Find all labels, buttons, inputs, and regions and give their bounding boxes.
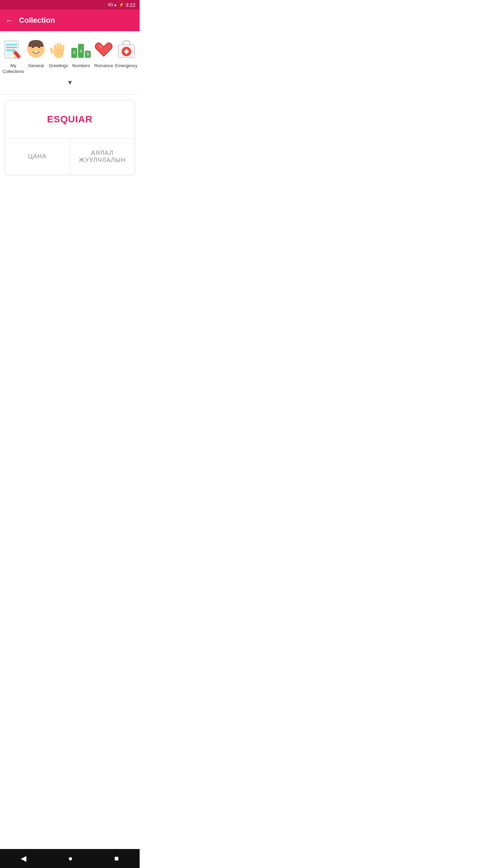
flashcard[interactable]: ESQUIAR ЦАНА АЯЛАЛ ЖУУЛЧЛАЛЫН [5,100,135,175]
my-collections-icon [1,37,25,61]
category-label-emergency: Emergency [115,63,138,69]
category-label-general: General [28,63,44,69]
category-numbers[interactable]: 2 1 3 Numbers [70,37,92,69]
emergency-icon [114,37,139,61]
category-romance[interactable]: Romance [93,37,115,69]
category-label-romance: Romance [94,63,113,69]
svg-text:2: 2 [73,50,75,54]
numbers-icon: 2 1 3 [69,37,93,61]
battery-icon: ⚡ [119,2,124,7]
svg-rect-15 [59,43,62,52]
expand-row[interactable]: ▾ [3,75,137,92]
category-my-collections[interactable]: My Collections [3,37,24,75]
general-icon [24,37,48,61]
main-word: ESQUIAR [47,114,93,125]
greetings-icon [46,37,71,61]
page-title: Collection [19,16,55,25]
svg-text:3: 3 [87,52,89,56]
category-greetings[interactable]: Greetings [48,37,69,69]
romance-icon [92,37,116,61]
svg-point-11 [40,48,41,50]
svg-rect-17 [49,47,54,54]
translation-right: АЯЛАЛ ЖУУЛЧЛАЛЫН [76,150,129,164]
category-general[interactable]: General [25,37,47,69]
category-row: My Collections [3,37,137,75]
category-section: My Collections [0,31,140,94]
svg-rect-28 [124,51,129,53]
card-left[interactable]: ЦАНА [5,139,70,175]
card-right[interactable]: АЯЛАЛ ЖУУЛЧЛАЛЫН [70,139,135,175]
card-bottom: ЦАНА АЯЛАЛ ЖУУЛЧЛАЛЫН [5,139,135,175]
category-emergency[interactable]: Emergency [116,37,137,69]
translation-left: ЦАНА [28,153,46,160]
app-header: ← Collection [0,9,140,31]
back-button[interactable]: ← [5,16,14,25]
svg-point-10 [30,48,32,50]
section-divider [0,94,140,95]
svg-rect-16 [62,45,64,52]
time-display: 3:22 [126,2,136,8]
status-bar: 4G▲ ⚡ 3:22 [0,0,140,9]
card-top: ESQUIAR [5,100,135,139]
category-label-greetings: Greetings [49,63,68,69]
signal-icon: 4G▲ [108,2,117,7]
category-label-my-collections: My Collections [3,63,24,75]
svg-rect-13 [54,45,56,52]
category-label-numbers: Numbers [72,63,90,69]
svg-text:1: 1 [80,49,82,53]
status-icons: 4G▲ ⚡ 3:22 [108,2,136,8]
chevron-down-icon[interactable]: ▾ [68,78,72,87]
svg-rect-14 [57,43,59,52]
